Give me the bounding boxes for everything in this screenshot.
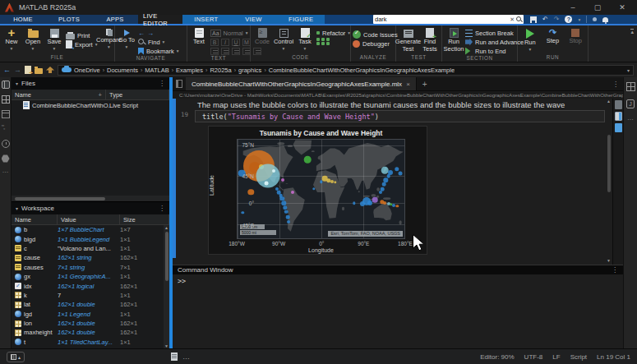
close-button[interactable]: ✕: [617, 3, 627, 12]
account-icon[interactable]: [593, 17, 597, 21]
refactor-button[interactable]: Refactor▾: [316, 29, 350, 37]
sidebar-more-icon[interactable]: …: [2, 169, 9, 173]
breadcrumb-item[interactable]: OneDrive: [74, 67, 100, 74]
sidebar-files-icon[interactable]: [2, 81, 10, 89]
workspace-scrollbar[interactable]: ▲ ▼: [164, 225, 169, 348]
view-control-hide-code-icon[interactable]: [615, 100, 622, 109]
generate-test-button[interactable]: Generate Test: [398, 27, 418, 53]
workspace-row[interactable]: blgd1×1 BubbleLegend1×1: [12, 234, 169, 243]
minimize-button[interactable]: –: [568, 3, 578, 12]
files-col-type[interactable]: Type: [106, 90, 169, 99]
open-button[interactable]: Open▾: [23, 27, 43, 51]
menu-tab-figure[interactable]: FIGURE: [277, 15, 325, 24]
align-center-icon[interactable]: [242, 48, 251, 55]
quick-save-icon[interactable]: [530, 16, 537, 23]
workspace-col-name[interactable]: Name: [12, 214, 58, 224]
section-break-button[interactable]: Section Break: [465, 29, 524, 37]
workspace-row[interactable]: k71×1: [12, 291, 169, 300]
underline-button[interactable]: U: [232, 39, 240, 46]
code-tool-icon[interactable]: [321, 38, 325, 41]
breadcrumb-item[interactable]: Documents: [107, 67, 138, 74]
right-panel-more-icon[interactable]: …: [627, 117, 634, 120]
figure-output[interactable]: Tsunamis by Cause and Wave Height: [208, 126, 427, 255]
workspace-row[interactable]: lon162×1 double162×1: [12, 319, 169, 328]
document-bar-icon[interactable]: [176, 80, 182, 88]
export-button[interactable]: Export▾: [66, 40, 97, 48]
find-tests-button[interactable]: Find Tests: [420, 27, 440, 53]
editor-tab-menu-icon[interactable]: ⋮: [612, 81, 623, 88]
workspace-row[interactable]: t1×1 TiledChartLay...1×1: [12, 338, 169, 347]
code-tool-icon[interactable]: [321, 42, 325, 45]
files-col-name[interactable]: Name +: [12, 90, 106, 99]
command-window-menu-icon[interactable]: ⋮: [612, 266, 618, 274]
status-document-icon[interactable]: [171, 352, 178, 361]
workspace-row[interactable]: lgd1×1 Legend1×1: [12, 310, 169, 319]
breadcrumb-item[interactable]: Examples: [176, 67, 203, 74]
tab-live-editor[interactable]: LIVE EDITOR: [138, 15, 182, 24]
breadcrumb-item[interactable]: MATLAB: [145, 67, 168, 74]
debugger-button[interactable]: Debugger: [353, 39, 398, 48]
breadcrumb-item[interactable]: graphics: [238, 67, 261, 74]
workspace-col-size[interactable]: Size: [120, 214, 169, 224]
code-button[interactable]: Code: [252, 27, 272, 47]
new-file-icon[interactable]: [25, 66, 31, 74]
step-button[interactable]: ↷ Step: [542, 27, 562, 46]
search-clear-icon[interactable]: ✕: [508, 16, 516, 23]
file-row[interactable]: CombineBubbleChartWithO...Live Script: [12, 100, 169, 110]
workspace-row[interactable]: c"Volcano and Lan...1×1: [12, 244, 169, 253]
run-button[interactable]: Run▾: [520, 27, 540, 52]
find-button[interactable]: Find▾: [138, 38, 179, 46]
collapse-workspace-icon[interactable]: ▾: [16, 205, 18, 211]
panel-toggle-button[interactable]: ▴: [7, 352, 25, 362]
collapse-files-icon[interactable]: ▾: [16, 81, 18, 86]
bullet-list-icon[interactable]: [210, 48, 219, 55]
undo-icon[interactable]: ↶: [542, 16, 548, 23]
workspace-panel-header[interactable]: ▾ Workspace ⋮: [12, 202, 169, 214]
code-tool-icon[interactable]: [326, 38, 330, 41]
workspace-row[interactable]: lat162×1 double162×1: [12, 300, 169, 309]
bold-button[interactable]: B: [210, 39, 219, 46]
back-icon[interactable]: ←: [3, 66, 11, 74]
text-button[interactable]: Text: [189, 27, 209, 47]
workspace-row[interactable]: gx1×1 GeographicA...1×1: [12, 272, 169, 281]
redo-icon[interactable]: ↷: [554, 16, 560, 23]
editor-tab-close-icon[interactable]: ×: [406, 81, 410, 88]
menu-tab-insert[interactable]: INSERT: [182, 15, 230, 24]
workspace-row[interactable]: cause162×1 string162×1: [12, 253, 169, 262]
up-one-level-icon[interactable]: [46, 67, 54, 73]
navigate-forward-icon[interactable]: →: [147, 30, 154, 37]
menu-tab-apps[interactable]: APPS: [92, 15, 138, 24]
geographic-axes[interactable]: 5000 km 5000 mi Esri, TomTom, FAO, NOAA,…: [237, 139, 405, 239]
command-window[interactable]: >>: [173, 274, 623, 348]
menu-tab-home[interactable]: HOME: [0, 15, 46, 24]
sidebar-apps-icon[interactable]: [2, 125, 10, 133]
menu-tab-view[interactable]: VIEW: [230, 15, 278, 24]
go-to-button[interactable]: Go To▾: [117, 27, 136, 49]
code-tool-icon[interactable]: [316, 38, 320, 41]
run-section-button[interactable]: Run Section: [444, 27, 464, 53]
bookmark-button[interactable]: Bookmark▾: [138, 47, 179, 55]
sidebar-workspace-icon[interactable]: [2, 95, 10, 104]
navigate-back-icon[interactable]: ←: [138, 30, 145, 37]
view-control-output-inline-icon[interactable]: [615, 112, 622, 121]
files-panel-header[interactable]: ▾ Files ⋮: [12, 77, 169, 90]
stop-button[interactable]: Stop: [565, 27, 585, 46]
sidebar-history-icon[interactable]: [2, 140, 10, 148]
files-sort-icon[interactable]: +: [99, 91, 102, 99]
code-issues-button[interactable]: Code Issues: [353, 30, 398, 39]
monospace-button[interactable]: M: [242, 39, 251, 46]
sidebar-panel-icon[interactable]: [2, 110, 10, 118]
workspace-row[interactable]: b1×7 BubbleChart1×7: [12, 225, 169, 234]
right-panel-tasks-icon[interactable]: J: [626, 99, 635, 108]
right-panel-grid-icon[interactable]: [626, 82, 635, 91]
menu-tab-plots[interactable]: PLOTS: [46, 15, 92, 24]
code-tool-icon[interactable]: [316, 42, 320, 45]
italic-button[interactable]: I: [221, 39, 229, 46]
task-button[interactable]: Task▾: [295, 27, 315, 51]
view-control-output-right-icon[interactable]: [615, 123, 622, 132]
breadcrumb[interactable]: OneDrive›Documents›MATLAB›Examples›R2025…: [58, 65, 634, 76]
run-and-advance-button[interactable]: Run and Advance: [465, 38, 524, 46]
workspace-row[interactable]: causes7×1 string7×1: [12, 263, 169, 272]
search-input[interactable]: [375, 16, 508, 24]
workspace-row[interactable]: maxheight162×1 double162×1: [12, 328, 169, 337]
